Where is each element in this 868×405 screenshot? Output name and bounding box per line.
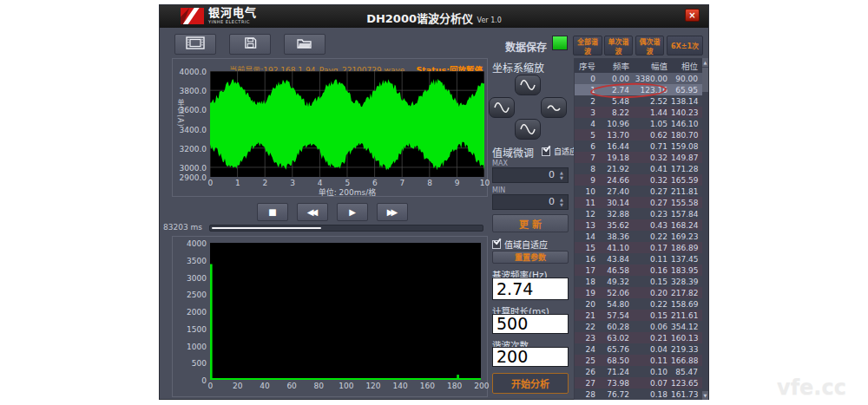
calc-duration-input[interactable]: 500 xyxy=(492,314,569,334)
table-cell: 138.14 xyxy=(671,97,701,106)
table-cell: 52.06 xyxy=(599,289,633,297)
table-cell: 8 xyxy=(575,165,599,173)
table-cell: 18 xyxy=(575,278,599,286)
y-tick-label: 3000 xyxy=(187,274,207,283)
table-row[interactable]: 2876.720.18161.73 xyxy=(575,389,708,400)
scroll-down-icon[interactable]: ▼ xyxy=(702,391,708,400)
table-cell: 21 xyxy=(575,311,599,320)
start-analysis-button[interactable]: 开始分析 xyxy=(492,373,569,394)
max-label: MAX xyxy=(492,160,508,167)
wave-x-axis-title: 单位: 200ms/格 xyxy=(210,186,484,198)
table-row[interactable]: 2260.280.06354.12 xyxy=(575,321,708,332)
table-row[interactable]: 719.180.32149.87 xyxy=(575,152,708,163)
adaptive-checkbox[interactable] xyxy=(542,147,550,156)
waveform-chart xyxy=(210,71,484,177)
table-cell: 0.62 xyxy=(633,131,671,140)
reset-params-button[interactable]: 重置参数 xyxy=(492,251,569,264)
y-tick-label: 2900.0 xyxy=(180,173,207,182)
adaptive-checkbox-row[interactable]: 自适应 xyxy=(542,146,577,157)
waveform-plot[interactable] xyxy=(210,71,484,177)
filter-even-harmonics-button[interactable]: 偶次谐波 xyxy=(635,36,664,56)
table-cell: 17 xyxy=(575,266,599,275)
open-file-button[interactable] xyxy=(284,34,326,55)
spinner-down-icon[interactable]: ▼ xyxy=(558,202,565,207)
table-cell: 354.12 xyxy=(671,323,701,331)
table-row[interactable]: 821.920.41171.28 xyxy=(575,163,708,174)
table-cell: 0.18 xyxy=(633,390,671,399)
table-scrollbar[interactable]: ▲ ▼ xyxy=(702,58,708,400)
table-row[interactable]: 1232.880.23157.84 xyxy=(575,208,708,219)
range-adaptive-checkbox[interactable] xyxy=(492,240,501,249)
zoom-left-button[interactable] xyxy=(489,97,515,118)
update-button[interactable]: 更 新 xyxy=(492,214,569,232)
close-icon: × xyxy=(688,10,695,20)
fundamental-freq-input[interactable]: 2.74 xyxy=(492,278,569,300)
table-cell: 65.95 xyxy=(671,86,701,95)
table-row[interactable]: 2773.980.07123.65 xyxy=(575,377,708,389)
table-cell: 155.58 xyxy=(671,199,701,207)
table-row[interactable]: 1438.360.22169.23 xyxy=(575,231,708,242)
table-cell: 137.45 xyxy=(671,255,701,264)
table-row[interactable]: 1643.840.11137.45 xyxy=(575,253,708,265)
min-spinner[interactable]: ▲▼ xyxy=(558,197,565,207)
max-spinner[interactable]: ▲▼ xyxy=(558,170,565,180)
filter-odd-harmonics-button[interactable]: 单次谐波 xyxy=(604,36,633,56)
spectrum-x-labels: 020406080100120140160180200 xyxy=(210,382,481,390)
table-row[interactable]: 410.961.05146.10 xyxy=(575,118,708,129)
table-row[interactable]: 2465.760.04219.33 xyxy=(575,343,708,355)
x-tick-label: 100 xyxy=(339,382,353,390)
play-button[interactable]: ▶ xyxy=(337,203,368,221)
table-cell: 2.52 xyxy=(633,97,671,106)
filter-all-harmonics-button[interactable]: 全部谐波 xyxy=(573,36,602,56)
range-adaptive-checkbox-row[interactable]: 值域自适应 xyxy=(492,238,548,251)
stop-button[interactable]: ■ xyxy=(257,203,288,221)
table-row[interactable]: 38.221.44140.23 xyxy=(575,107,708,118)
y-tick-label: 4000.0 xyxy=(180,68,207,76)
zoom-down-button[interactable] xyxy=(515,119,541,140)
y-tick-label: 1500 xyxy=(187,325,207,334)
max-input[interactable]: 0 ▲▼ xyxy=(492,167,569,183)
table-cell: 5 xyxy=(575,131,599,140)
table-cell: 24 xyxy=(575,345,599,354)
table-row[interactable]: 1746.580.16183.95 xyxy=(575,265,708,276)
table-row[interactable]: 616.440.71159.08 xyxy=(575,140,708,152)
x-tick-label: 0 xyxy=(207,382,213,390)
table-row[interactable]: 1335.620.43168.24 xyxy=(575,219,708,231)
table-cell: 0.16 xyxy=(633,266,671,275)
table-cell: 183.95 xyxy=(671,266,701,275)
table-cell: 158.69 xyxy=(671,300,701,309)
y-tick-label: 3800.0 xyxy=(180,87,207,95)
table-row[interactable]: 2157.540.15211.61 xyxy=(575,310,708,321)
table-row[interactable]: 1541.100.17186.89 xyxy=(575,242,708,253)
table-row[interactable]: 1952.060.20217.82 xyxy=(575,287,708,298)
table-row[interactable]: 1130.140.27155.58 xyxy=(575,197,708,208)
zoom-up-button[interactable] xyxy=(515,75,541,95)
spectrum-plot[interactable] xyxy=(210,243,481,380)
fast-forward-button[interactable]: ▶▶ xyxy=(377,203,408,221)
table-cell: 3 xyxy=(575,108,599,117)
table-row[interactable]: 1027.400.27211.81 xyxy=(575,186,708,197)
harmonic-count-input[interactable]: 200 xyxy=(492,347,569,367)
table-row[interactable]: 2363.020.21160.13 xyxy=(575,332,708,343)
table-row[interactable]: 2054.800.22158.69 xyxy=(575,298,708,310)
scroll-up-icon[interactable]: ▲ xyxy=(702,58,708,67)
filter-6x1-button[interactable]: 6X±1次 xyxy=(667,36,703,56)
table-row[interactable]: 924.660.32165.59 xyxy=(575,174,708,186)
table-row[interactable]: 1849.320.15328.39 xyxy=(575,276,708,287)
capture-button[interactable] xyxy=(174,34,216,55)
table-row[interactable]: 2671.240.1085.47 xyxy=(575,366,708,377)
scrollbar-thumb[interactable] xyxy=(702,68,708,92)
playback-progress-bar[interactable] xyxy=(209,225,483,232)
spinner-down-icon[interactable]: ▼ xyxy=(558,175,565,180)
table-row[interactable]: 2568.500.11166.88 xyxy=(575,355,708,366)
table-cell: 0.04 xyxy=(633,345,671,354)
close-button[interactable]: × xyxy=(685,9,700,22)
min-input[interactable]: 0 ▲▼ xyxy=(492,194,569,210)
zoom-right-button[interactable] xyxy=(541,97,567,118)
table-row[interactable]: 513.700.62180.70 xyxy=(575,129,708,140)
data-save-indicator[interactable] xyxy=(552,36,568,50)
save-button[interactable] xyxy=(229,34,271,55)
rewind-button[interactable]: ◀◀ xyxy=(297,203,328,221)
table-cell: 38.36 xyxy=(599,232,633,241)
table-cell: 71.24 xyxy=(599,368,633,376)
